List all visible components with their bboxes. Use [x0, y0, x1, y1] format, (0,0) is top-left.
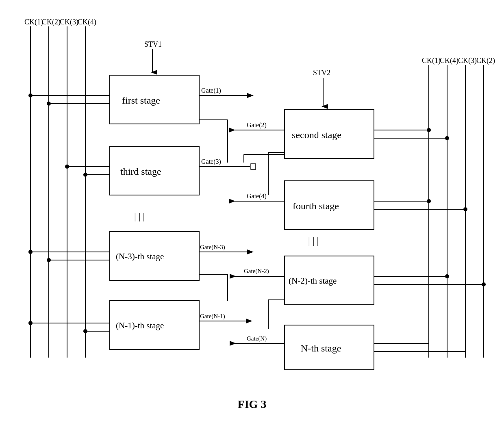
third-stage-label: third stage	[120, 166, 161, 177]
n2-stage-label: (N-2)-th stage	[289, 276, 337, 286]
stv1-label: STV1	[144, 40, 162, 48]
gate3-label: Gate(3)	[201, 158, 221, 165]
ck2-right-label: CK(2)	[476, 56, 495, 65]
dots-right: | | |	[308, 235, 319, 246]
gaten3-label: Gate(N-3)	[200, 244, 225, 251]
gaten-label: Gate(N)	[247, 335, 267, 342]
n3-stage-label: (N-3)-th stage	[116, 252, 164, 261]
svg-rect-18	[251, 164, 256, 169]
nth-stage-label: N-th stage	[301, 343, 341, 354]
ck1-right-label: CK(1)	[422, 56, 441, 65]
n1-stage-label: (N-1)-th stage	[116, 321, 164, 330]
fig-label: FIG 3	[238, 398, 267, 411]
ck2-left-label: CK(2)	[42, 18, 61, 26]
ck1-left-label: CK(1)	[24, 18, 43, 26]
gate4-label: Gate(4)	[247, 193, 267, 200]
stv2-label: STV2	[313, 69, 330, 77]
gaten1-label: Gate(N-1)	[200, 313, 225, 320]
first-stage-label: first stage	[122, 95, 160, 106]
ck4-right-label: CK(4)	[440, 56, 458, 65]
gaten2-label: Gate(N-2)	[244, 268, 269, 275]
ck4-left-label: CK(4)	[78, 18, 96, 26]
second-stage-label: second stage	[292, 130, 341, 140]
ck3-right-label: CK(3)	[458, 56, 477, 65]
ck3-left-label: CK(3)	[60, 18, 78, 26]
dots-left: | | |	[134, 211, 145, 221]
fourth-stage-label: fourth stage	[293, 201, 339, 211]
gate1-label: Gate(1)	[201, 87, 221, 94]
gate2-label: Gate(2)	[247, 121, 267, 129]
